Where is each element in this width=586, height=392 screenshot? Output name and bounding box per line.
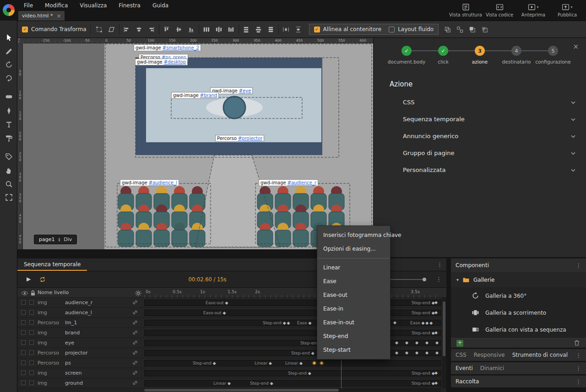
keyframe[interactable]: Ease◆ xyxy=(297,321,312,325)
keyframe[interactable]: Ease◆◆◆ xyxy=(410,321,434,325)
element-label-projector[interactable]: Percorso #projector xyxy=(215,135,264,142)
fluid-layout-checkbox[interactable] xyxy=(389,27,395,32)
layer-visibility-toggle[interactable] xyxy=(21,350,26,355)
trash-icon[interactable] xyxy=(573,339,581,347)
skew-button[interactable] xyxy=(107,24,117,34)
distribute-right-button[interactable] xyxy=(226,24,236,34)
link-icon[interactable] xyxy=(132,319,138,326)
page-selector-page[interactable]: page1 xyxy=(39,236,54,242)
transport-menu-icon[interactable]: ⋮ xyxy=(436,276,442,283)
gear-icon[interactable] xyxy=(135,290,142,297)
layer-track[interactable]: Step-end◆◆Ease◆◆◆Ease◆◆◆ xyxy=(144,320,441,326)
panel-tab-responsive[interactable]: Responsive xyxy=(474,352,505,358)
layer-lock-toggle[interactable] xyxy=(29,310,34,315)
play-button[interactable]: ▶ xyxy=(27,276,31,282)
context-menu-item-ease[interactable]: Ease xyxy=(317,274,390,288)
pencil-tool[interactable] xyxy=(3,46,14,57)
fluid-layout-group[interactable]: Layout fluido xyxy=(389,26,434,32)
keyframe[interactable]: ◆ xyxy=(425,351,429,355)
context-menu-item-opzioni-di-easing[interactable]: Opzioni di easing... xyxy=(317,242,390,256)
align-center-button[interactable] xyxy=(134,24,144,34)
action-item-css[interactable]: CSS xyxy=(374,94,586,111)
distribute-bottom-button[interactable] xyxy=(266,24,276,34)
context-menu-item-linear[interactable]: Linear xyxy=(317,261,390,274)
component-galleria-a-360[interactable]: Galleria a 360° xyxy=(451,287,586,304)
page-updown-icon[interactable]: ▲▼ xyxy=(58,237,60,242)
action-item-gruppo-di-pagine[interactable]: Gruppo di pagine xyxy=(374,145,586,161)
element-label-audience-l[interactable]: gwd-image #audience_l xyxy=(120,179,179,186)
element-label-desktop[interactable]: gwd-image #desktop xyxy=(135,59,188,65)
link-icon[interactable] xyxy=(132,380,138,386)
top-action-vista-struttura[interactable]: Vista struttura xyxy=(449,1,483,17)
layer-lock-toggle[interactable] xyxy=(29,340,34,345)
link-icon[interactable] xyxy=(132,349,138,356)
panel-menu-icon[interactable]: ⋮ xyxy=(575,365,581,372)
layer-lock-toggle[interactable] xyxy=(29,371,34,375)
keyframe[interactable]: ◆ xyxy=(415,351,419,355)
slider-thumb[interactable] xyxy=(423,278,426,281)
page-selector-element[interactable]: Div xyxy=(64,236,72,242)
menu-guida[interactable]: Guida xyxy=(152,2,168,9)
component-galleria-a-scorrimento[interactable]: Galleria a scorrimento xyxy=(451,304,586,321)
panel-tab-dinamici[interactable]: Dinamici xyxy=(480,365,505,371)
layer-lock-toggle[interactable] xyxy=(29,381,34,385)
component-galleria-con-vista-a-sequenza[interactable]: Galleria con vista a sequenza xyxy=(451,321,586,338)
ungroup-button[interactable] xyxy=(455,24,465,34)
keyframe[interactable]: Linear◆ xyxy=(255,361,273,365)
menu-file[interactable]: File xyxy=(24,2,33,9)
align-right-button[interactable] xyxy=(146,24,157,34)
spacing-h-button[interactable] xyxy=(281,24,291,34)
keyframe[interactable]: ◆ xyxy=(395,341,399,345)
keyframe[interactable]: ◆ xyxy=(425,341,429,345)
context-menu-item-step-end[interactable]: Step-end xyxy=(317,329,390,343)
transform-box-button[interactable] xyxy=(94,24,104,34)
transform-command-checkbox[interactable]: ✓ xyxy=(22,27,28,32)
keyframe[interactable]: Linear◆ xyxy=(213,381,232,386)
panel-tab-css[interactable]: CSS xyxy=(456,352,467,358)
components-group-gallerie[interactable]: ▾ Gallerie xyxy=(451,272,586,287)
keyframe-selected[interactable]: ◆ xyxy=(313,361,317,365)
layer-track[interactable]: Step-end◆Linear◆Linear◆◆◆ xyxy=(144,360,441,366)
keyframe-selected[interactable]: ◆ xyxy=(320,361,324,365)
keyframe[interactable]: ◆ xyxy=(434,371,439,375)
action-item-annuncio-generico[interactable]: Annuncio generico xyxy=(374,128,586,145)
top-action-pubblica[interactable]: ▾Pubblica xyxy=(550,1,584,17)
link-icon[interactable] xyxy=(132,329,138,336)
align-top-button[interactable] xyxy=(162,24,172,34)
orbit-tool[interactable] xyxy=(3,72,14,83)
context-menu-item-inserisci-fotogramma-chiave[interactable]: Inserisci fotogramma chiave xyxy=(317,228,390,242)
keyframe[interactable]: Step-end◆ xyxy=(412,301,436,305)
keyframe[interactable]: Step-end◆ xyxy=(250,381,274,386)
send-back-button[interactable] xyxy=(479,24,489,34)
layer-visibility-toggle[interactable] xyxy=(21,320,26,325)
keyframe[interactable]: ◆ xyxy=(434,301,439,305)
layer-track[interactable]: Ease-out◆Step-end◆◆ xyxy=(144,300,441,306)
keyframe[interactable]: Step-end◆ xyxy=(291,351,315,355)
layer-visibility-toggle[interactable] xyxy=(21,371,26,375)
keyframe[interactable]: ◆ xyxy=(435,351,440,355)
paint-tool[interactable] xyxy=(3,133,14,144)
keyframe[interactable]: Step-end◆ xyxy=(193,361,217,365)
keyframe[interactable]: ◆ xyxy=(393,321,397,325)
scrollbar-thumb[interactable] xyxy=(443,301,445,356)
top-action-anteprima[interactable]: ▾Anteprima xyxy=(516,1,550,17)
layer-track[interactable]: Step-end◆◆◆◆◆◆ xyxy=(144,350,441,356)
hand-tool[interactable] xyxy=(3,165,14,176)
menu-finestra[interactable]: Finestra xyxy=(119,2,141,9)
wizard-step-azione[interactable]: 3 xyxy=(475,46,485,56)
panel-menu-icon[interactable]: ⋮ xyxy=(575,352,581,359)
layer-lock-toggle[interactable] xyxy=(29,300,34,305)
layer-visibility-toggle[interactable] xyxy=(21,330,26,335)
layer-visibility-toggle[interactable] xyxy=(21,381,26,385)
link-icon[interactable] xyxy=(132,360,138,366)
link-icon[interactable] xyxy=(132,339,138,346)
pen-tool[interactable] xyxy=(3,105,14,116)
tab-close-icon[interactable]: × xyxy=(56,13,61,19)
menu-modifica[interactable]: Modifica xyxy=(45,2,68,9)
element-label-smartphone-2[interactable]: gwd-image #smartphone_2 xyxy=(134,44,201,51)
loop-toggle-icon[interactable] xyxy=(39,276,46,285)
shape-tool[interactable] xyxy=(3,91,14,102)
layer-lock-toggle[interactable] xyxy=(29,360,34,365)
menu-visualizza[interactable]: Visualizza xyxy=(80,2,107,9)
add-component-button[interactable]: + xyxy=(456,340,463,347)
